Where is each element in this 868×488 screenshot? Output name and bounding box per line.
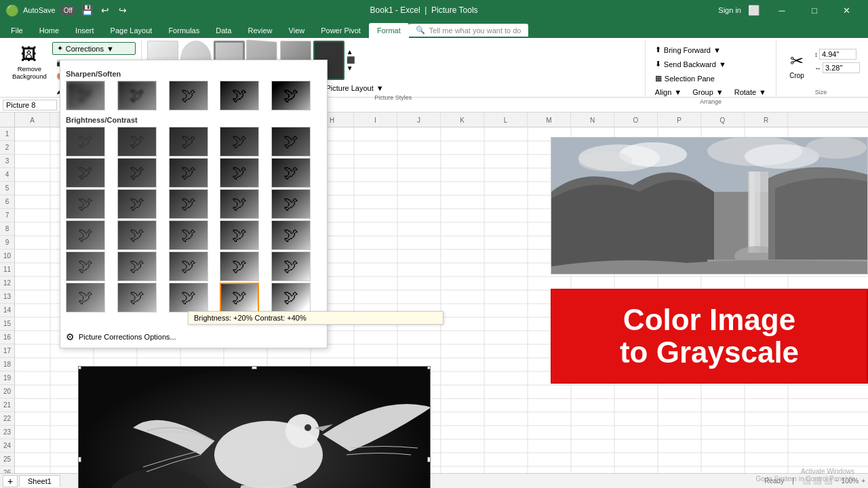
- col-header-p[interactable]: P: [658, 113, 701, 127]
- width-input[interactable]: [823, 62, 860, 73]
- save-icon[interactable]: 💾: [81, 3, 94, 17]
- col-header-k[interactable]: K: [441, 113, 484, 127]
- bc-thumb-30[interactable]: [271, 283, 311, 312]
- tab-format[interactable]: Format: [369, 23, 409, 38]
- col-header-j[interactable]: J: [397, 113, 441, 127]
- bc-thumb-7[interactable]: [117, 158, 157, 188]
- bring-forward-button[interactable]: ⬆ Bring Forward ▼: [651, 43, 725, 56]
- handle-mr[interactable]: [427, 457, 431, 462]
- undo-icon[interactable]: ↩: [98, 3, 112, 17]
- sheet-tab-new[interactable]: +: [3, 475, 18, 487]
- autosave-label: AutoSave: [23, 6, 56, 14]
- sharpen-thumb-2[interactable]: [117, 81, 157, 110]
- corrections-options-link[interactable]: ⚙ Picture Corrections Options...: [66, 329, 321, 342]
- tab-formulas[interactable]: Formulas: [160, 23, 208, 38]
- zoom-in-icon[interactable]: +: [861, 477, 865, 485]
- col-header-m[interactable]: M: [528, 113, 571, 127]
- sharpen-thumb-5[interactable]: [271, 81, 311, 110]
- bc-thumb-3[interactable]: [169, 127, 208, 157]
- col-header-n[interactable]: N: [571, 113, 614, 127]
- col-header-i[interactable]: I: [354, 113, 397, 127]
- bc-thumb-28[interactable]: [169, 283, 208, 312]
- waterfall-image[interactable]: [551, 137, 868, 274]
- tab-data[interactable]: Data: [208, 23, 239, 38]
- bc-thumb-18[interactable]: [169, 220, 208, 250]
- bc-thumb-20[interactable]: [271, 220, 311, 250]
- sharpen-thumb-1[interactable]: [66, 81, 105, 110]
- tab-home[interactable]: Home: [31, 23, 67, 38]
- ribbon-display-icon[interactable]: ⬜: [748, 5, 760, 16]
- bc-thumb-11[interactable]: [66, 189, 105, 219]
- tab-view[interactable]: View: [281, 23, 313, 38]
- redo-icon[interactable]: ↪: [116, 3, 130, 17]
- bc-thumb-1[interactable]: [66, 127, 105, 157]
- col-header-o[interactable]: O: [614, 113, 658, 127]
- bc-thumb-21[interactable]: [66, 251, 105, 281]
- bc-thumb-24[interactable]: [220, 251, 259, 281]
- styles-more[interactable]: ⬛: [347, 57, 355, 64]
- tab-review[interactable]: Review: [239, 23, 280, 38]
- minimize-button[interactable]: ─: [766, 0, 797, 20]
- col-header-a[interactable]: A: [15, 113, 50, 127]
- bc-thumb-26[interactable]: [66, 283, 105, 312]
- handle-tl[interactable]: [78, 366, 81, 369]
- bc-thumb-6[interactable]: [66, 158, 105, 188]
- sheet-tab-1[interactable]: Sheet1: [19, 475, 60, 487]
- bc-thumb-9[interactable]: [220, 158, 259, 188]
- rotate-button[interactable]: Rotate▼: [730, 86, 770, 98]
- bc-thumb-8[interactable]: [169, 158, 208, 188]
- tab-power-pivot[interactable]: Power Pivot: [313, 23, 369, 38]
- bc-thumb-4[interactable]: [220, 127, 259, 157]
- bc-thumb-27[interactable]: [117, 283, 157, 312]
- bc-thumb-23[interactable]: [169, 251, 208, 281]
- col-header-l[interactable]: L: [484, 113, 528, 127]
- selection-pane-button[interactable]: ▦ Selection Pane: [651, 72, 719, 85]
- corrections-button[interactable]: ✦ Corrections ▼: [52, 42, 136, 55]
- bc-thumb-13[interactable]: [169, 189, 208, 219]
- tell-me-input[interactable]: Tell me what you want to do: [429, 26, 521, 35]
- col-header-q[interactable]: Q: [701, 113, 745, 127]
- corrections-dropdown: Sharpen/Soften Brightness/Contrast: [60, 60, 328, 348]
- bc-thumb-17[interactable]: [117, 220, 157, 250]
- sign-in-button[interactable]: Sign in: [718, 6, 741, 14]
- bc-thumb-15[interactable]: [271, 189, 311, 219]
- crop-button[interactable]: ✂ Crop: [782, 43, 812, 87]
- bc-thumb-25[interactable]: [271, 251, 311, 281]
- bc-thumb-14[interactable]: [220, 189, 259, 219]
- maximize-button[interactable]: □: [799, 0, 830, 20]
- bc-thumb-19[interactable]: [220, 220, 259, 250]
- width-icon: ↔: [814, 64, 821, 72]
- group-button[interactable]: Group▼: [688, 86, 727, 98]
- bc-thumb-10[interactable]: [271, 158, 311, 188]
- handle-tm[interactable]: [252, 366, 257, 369]
- bird-image[interactable]: [78, 366, 431, 488]
- height-input[interactable]: [819, 49, 856, 60]
- bc-thumb-5[interactable]: [271, 127, 311, 157]
- remove-background-button[interactable]: 🖼 RemoveBackground: [8, 41, 51, 84]
- bc-thumb-2[interactable]: [117, 127, 157, 157]
- tab-file[interactable]: File: [3, 23, 31, 38]
- sharpen-thumb-4[interactable]: [220, 81, 259, 110]
- bc-thumb-12[interactable]: [117, 189, 157, 219]
- bc-thumb-22[interactable]: [117, 251, 157, 281]
- handle-tr[interactable]: [427, 366, 431, 369]
- bc-thumb-29[interactable]: [220, 283, 259, 312]
- tab-insert[interactable]: Insert: [67, 23, 102, 38]
- tab-page-layout[interactable]: Page Layout: [102, 23, 161, 38]
- size-group: ✂ Crop ↕ ↔ Size: [776, 41, 865, 97]
- crop-icon: ✂: [790, 52, 804, 70]
- send-backward-button[interactable]: ⬇ Send Backward ▼: [651, 58, 730, 70]
- styles-up[interactable]: ▲: [347, 49, 355, 56]
- arrange-group-label: Arrange: [651, 98, 770, 106]
- arrange-group: ⬆ Bring Forward ▼ ⬇ Send Backward ▼ ▦ Se…: [646, 41, 776, 97]
- waterfall-svg: [551, 138, 868, 274]
- banner-line1: Color Image: [623, 304, 795, 336]
- align-button[interactable]: Align▼: [651, 86, 686, 98]
- sharpen-thumb-3[interactable]: [169, 81, 208, 110]
- styles-down[interactable]: ▼: [347, 65, 355, 72]
- bc-thumb-16[interactable]: [66, 220, 105, 250]
- close-button[interactable]: ✕: [831, 0, 863, 20]
- autosave-toggle[interactable]: Off: [60, 6, 77, 15]
- col-header-r[interactable]: R: [745, 113, 788, 127]
- handle-ml[interactable]: [78, 457, 81, 462]
